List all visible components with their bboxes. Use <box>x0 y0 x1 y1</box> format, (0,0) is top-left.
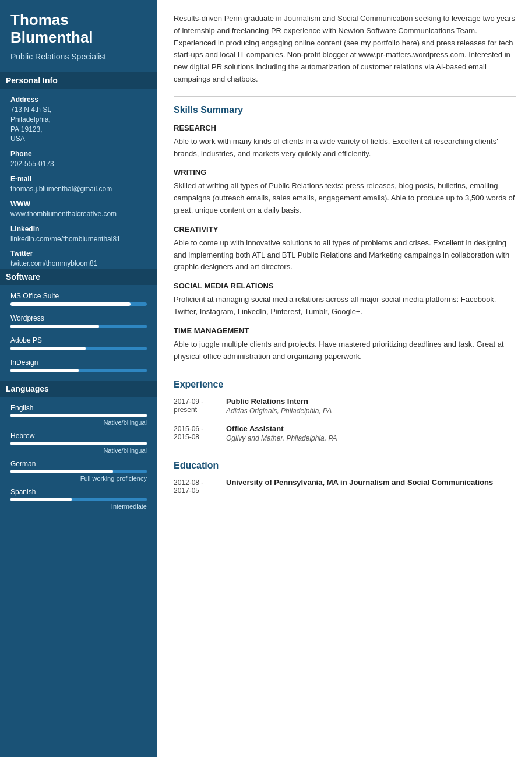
software-item: InDesign <box>10 358 147 372</box>
resume-container: Thomas Blumenthal Public Relations Speci… <box>0 0 532 757</box>
skill-entry: RESEARCH Able to work with many kinds of… <box>174 124 516 160</box>
software-bar-fill <box>10 347 86 350</box>
language-bar-fill <box>10 470 113 473</box>
language-item: Spanish Intermediate <box>10 488 147 510</box>
divider-education <box>174 452 516 452</box>
education-title: Education <box>174 460 516 471</box>
personal-info-header: Personal Info <box>0 72 157 89</box>
languages-list: English Native/bilingual Hebrew Native/b… <box>10 404 147 510</box>
edu-details: University of Pennsylvania, MA in Journa… <box>226 478 493 495</box>
software-name: Adobe PS <box>10 336 147 344</box>
skill-category: CREATIVITY <box>174 225 516 234</box>
email-value: thomas.j.blumenthal@gmail.com <box>10 184 147 194</box>
exp-company: Ogilvy and Mather, Philadelphia, PA <box>226 434 337 442</box>
exp-title: Public Relations Intern <box>226 397 332 406</box>
www-label: WWW <box>10 200 147 208</box>
language-name: Hebrew <box>10 432 147 440</box>
language-level: Full working proficiency <box>10 475 147 482</box>
twitter-value: twitter.com/thommybloom81 <box>10 259 147 269</box>
skill-category: TIME MANAGEMENT <box>174 326 516 335</box>
language-bar-fill <box>10 498 72 501</box>
software-name: Wordpress <box>10 314 147 322</box>
language-name: German <box>10 460 147 468</box>
education-list: 2012-08 -2017-05 University of Pennsylva… <box>174 478 516 495</box>
languages-header: Languages <box>0 381 157 397</box>
language-bar-fill <box>10 442 147 445</box>
skill-entry: CREATIVITY Able to come up with innovati… <box>174 225 516 273</box>
language-item: Hebrew Native/bilingual <box>10 432 147 454</box>
exp-date: 2015-06 -2015-08 <box>174 424 226 442</box>
main-content: Results-driven Penn graduate in Journali… <box>157 0 532 757</box>
linkedin-label: LinkedIn <box>10 225 147 233</box>
software-item: Wordpress <box>10 314 147 328</box>
software-item: MS Office Suite <box>10 292 147 306</box>
skill-desc: Able to come up with innovative solution… <box>174 237 516 273</box>
skills-title: Skills Summary <box>174 105 516 115</box>
software-bar-bg <box>10 369 147 372</box>
www-value: www.thomblumenthalcreative.com <box>10 209 147 219</box>
language-bar-bg <box>10 498 147 501</box>
exp-company: Adidas Originals, Philadelphia, PA <box>226 407 332 415</box>
twitter-label: Twitter <box>10 249 147 258</box>
experience-title: Experience <box>174 379 516 390</box>
linkedin-value: linkedin.com/me/thomblumenthal81 <box>10 234 147 244</box>
software-list: MS Office Suite Wordpress Adobe PS InDes… <box>10 292 147 372</box>
software-bar-bg <box>10 325 147 328</box>
skill-desc: Able to juggle multiple clients and proj… <box>174 339 516 363</box>
skill-entry: WRITING Skilled at writing all types of … <box>174 168 516 216</box>
skill-desc: Skilled at writing all types of Public R… <box>174 180 516 216</box>
software-header: Software <box>0 269 157 285</box>
language-bar-bg <box>10 414 147 417</box>
software-item: Adobe PS <box>10 336 147 350</box>
language-bar-fill <box>10 414 147 417</box>
software-bar-fill <box>10 369 79 372</box>
skill-category: WRITING <box>174 168 516 177</box>
experience-list: 2017-09 -present Public Relations Intern… <box>174 397 516 442</box>
software-bar-fill <box>10 325 99 328</box>
language-level: Native/bilingual <box>10 447 147 454</box>
language-name: Spanish <box>10 488 147 496</box>
software-bar-bg <box>10 347 147 350</box>
education-item: 2012-08 -2017-05 University of Pennsylva… <box>174 478 516 495</box>
skill-entry: TIME MANAGEMENT Able to juggle multiple … <box>174 326 516 363</box>
divider-skills <box>174 96 516 97</box>
software-name: MS Office Suite <box>10 292 147 300</box>
candidate-title: Public Relations Specialist <box>10 51 147 62</box>
phone-value: 202-555-0173 <box>10 159 147 169</box>
candidate-name: Thomas Blumenthal <box>10 12 147 47</box>
exp-details: Office Assistant Ogilvy and Mather, Phil… <box>226 424 337 442</box>
skill-category: SOCIAL MEDIA RELATIONS <box>174 281 516 290</box>
exp-date: 2017-09 -present <box>174 397 226 415</box>
address-label: Address <box>10 96 147 104</box>
edu-date: 2012-08 -2017-05 <box>174 478 226 495</box>
address-value: 713 N 4th St,Philadelphia,PA 19123,USA <box>10 105 147 144</box>
experience-item: 2017-09 -present Public Relations Intern… <box>174 397 516 415</box>
summary-text: Results-driven Penn graduate in Journali… <box>174 13 516 86</box>
experience-item: 2015-06 -2015-08 Office Assistant Ogilvy… <box>174 424 516 442</box>
sidebar: Thomas Blumenthal Public Relations Speci… <box>0 0 157 757</box>
skill-desc: Able to work with many kinds of clients … <box>174 136 516 160</box>
language-bar-bg <box>10 470 147 473</box>
language-level: Intermediate <box>10 503 147 510</box>
edu-title: University of Pennsylvania, MA in Journa… <box>226 478 493 487</box>
exp-details: Public Relations Intern Adidas Originals… <box>226 397 332 415</box>
phone-label: Phone <box>10 150 147 158</box>
software-bar-fill <box>10 302 131 306</box>
divider-experience <box>174 371 516 371</box>
software-bar-bg <box>10 302 147 306</box>
language-item: English Native/bilingual <box>10 404 147 426</box>
exp-title: Office Assistant <box>226 424 337 433</box>
language-name: English <box>10 404 147 412</box>
skill-entry: SOCIAL MEDIA RELATIONS Proficient at man… <box>174 281 516 318</box>
skill-desc: Proficient at managing social media rela… <box>174 294 516 318</box>
skills-list: RESEARCH Able to work with many kinds of… <box>174 124 516 363</box>
language-item: German Full working proficiency <box>10 460 147 482</box>
software-name: InDesign <box>10 358 147 367</box>
language-level: Native/bilingual <box>10 419 147 426</box>
skill-category: RESEARCH <box>174 124 516 132</box>
language-bar-bg <box>10 442 147 445</box>
email-label: E-mail <box>10 175 147 183</box>
